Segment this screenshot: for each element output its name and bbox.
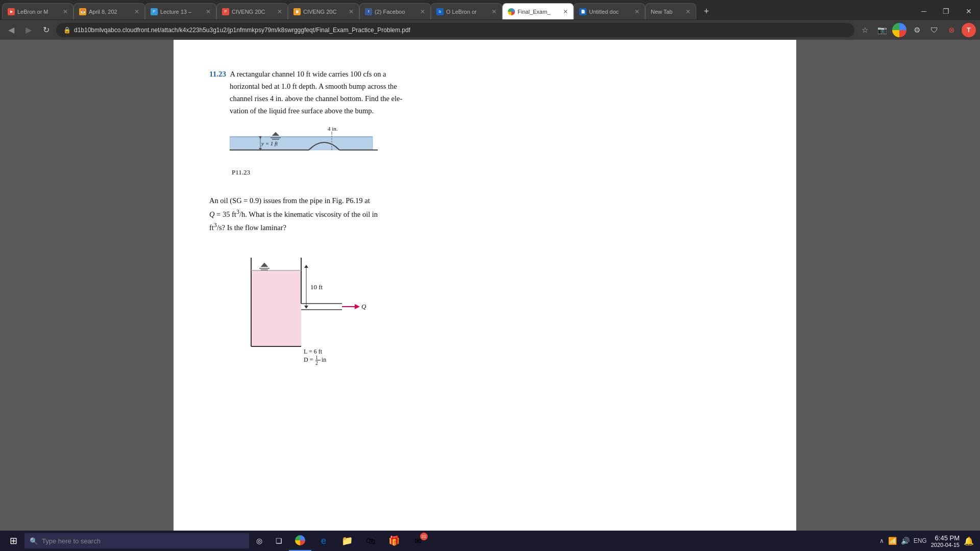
wifi-icon[interactable]: 📶 (888, 537, 897, 545)
tab-untitled[interactable]: 📄 Untitled doc ✕ (574, 3, 645, 19)
refresh-button[interactable]: ↻ (39, 23, 53, 37)
oil-line3: ft3/s? Is the flow laminar? (209, 220, 761, 234)
tab-close-4[interactable]: ✕ (277, 8, 282, 15)
start-button[interactable]: ⊞ (3, 531, 23, 551)
tab-civeng1[interactable]: P CIVENG 20C ✕ (216, 3, 288, 19)
back-button[interactable]: ◀ (4, 23, 18, 37)
tab-olebron[interactable]: b O LeBron or ✕ (431, 3, 502, 19)
clock-date: 2020-04-15 (931, 542, 960, 548)
tab-close-8[interactable]: ✕ (563, 8, 568, 15)
tab-title-9: Untitled doc (589, 9, 632, 15)
cortana-button[interactable]: ◎ (250, 532, 268, 550)
tab-favicon-3: P (151, 8, 158, 15)
channel-diagram: y = 1 ft 4 in. P11.23 (230, 124, 403, 177)
tab-lebron[interactable]: ▶ LeBron or M ✕ (2, 3, 74, 19)
edge-taskbar-app[interactable]: e (312, 531, 335, 551)
tab-close-2[interactable]: ✕ (134, 8, 139, 15)
tab-favicon-2: 📅 (79, 8, 86, 15)
tank-svg: Q 10 ft L = 6 ft D = 1 2 (240, 242, 373, 365)
tab-close-6[interactable]: ✕ (420, 8, 425, 15)
tab-close-3[interactable]: ✕ (206, 8, 211, 15)
address-bar: ◀ ▶ ↻ 🔒 d1b10bmlvqabco.cloudfront.net/at… (0, 19, 980, 40)
channel-svg: y = 1 ft 4 in. (230, 124, 403, 165)
tab-title-5: CIVENG 20C (303, 9, 346, 15)
left-sidebar (0, 40, 174, 531)
tab-finalexam[interactable]: Final_Exam_ ✕ (502, 3, 574, 19)
browser-window: ▶ LeBron or M ✕ 📅 April 8, 202 ✕ P Lectu… (0, 0, 980, 551)
tab-favicon-4: P (222, 8, 229, 15)
tab-close-1[interactable]: ✕ (63, 8, 68, 15)
tab-favicon-7: b (436, 8, 444, 15)
main-content: 11.23 A rectangular channel 10 ft wide c… (0, 40, 980, 531)
p1123-label: P11.23 (232, 168, 403, 177)
problem-line4: vation of the liquid free surface above … (230, 105, 761, 117)
tab-title-10: New Tab (651, 9, 683, 15)
chrome-g-icon (892, 23, 906, 37)
tab-bar: ▶ LeBron or M ✕ 📅 April 8, 202 ✕ P Lectu… (0, 0, 980, 19)
restore-button[interactable]: ❐ (935, 3, 958, 19)
bookmark-button[interactable]: ☆ (857, 23, 872, 37)
tab-favicon-5: 📋 (293, 8, 301, 15)
tab-title-3: Lecture 13 – (160, 9, 203, 15)
account-avatar[interactable]: T (962, 23, 976, 37)
chevron-up-icon[interactable]: ∧ (879, 537, 884, 544)
svg-text:4 in.: 4 in. (328, 126, 338, 132)
add-tab-button[interactable]: + (698, 3, 715, 19)
mail-taskbar-app[interactable]: ✉ 21 (406, 531, 429, 551)
pdf-viewer[interactable]: 11.23 A rectangular channel 10 ft wide c… (174, 40, 796, 531)
taskbar: ⊞ 🔍 Type here to search ◎ ❑ e 📁 🛍 🎁 ✉ 21… (0, 531, 980, 551)
adblocker-icon[interactable]: ⊗ (944, 23, 959, 37)
mail-badge: 21 (420, 533, 428, 540)
tab-april8[interactable]: 📅 April 8, 202 ✕ (74, 3, 145, 19)
tab-favicon-6: f (365, 8, 372, 15)
svg-text:in: in (322, 356, 326, 363)
security-icon[interactable]: 🛡 (927, 23, 941, 37)
search-icon: 🔍 (30, 537, 38, 545)
svg-text:2: 2 (315, 360, 318, 365)
clock[interactable]: 6:45 PM 2020-04-15 (931, 534, 960, 548)
chrome-taskbar-app[interactable] (289, 531, 311, 551)
tab-title-7: O LeBron or (446, 9, 489, 15)
svg-text:1: 1 (315, 355, 318, 360)
problem-text-1: A rectangular channel 10 ft wide carries… (230, 70, 386, 78)
tab-lecture13[interactable]: P Lecture 13 – ✕ (145, 3, 216, 19)
screenshot-icon[interactable]: 📷 (875, 23, 889, 37)
tab-close-7[interactable]: ✕ (492, 8, 497, 15)
svg-text:Q: Q (361, 303, 366, 310)
clock-time: 6:45 PM (931, 534, 960, 542)
volume-icon[interactable]: 🔊 (901, 537, 910, 545)
lock-icon: 🔒 (63, 27, 71, 34)
tab-facebook[interactable]: f (2) Faceboo ✕ (359, 3, 431, 19)
store-taskbar-app[interactable]: 🛍 (359, 531, 382, 551)
tab-title-6: (2) Faceboo (375, 9, 418, 15)
svg-marker-27 (304, 306, 308, 309)
tab-civeng2[interactable]: 📋 CIVENG 20C ✕ (288, 3, 359, 19)
settings-icon[interactable]: ⚙ (910, 23, 924, 37)
explorer-taskbar-app[interactable]: 📁 (336, 531, 358, 551)
svg-rect-0 (230, 137, 373, 150)
search-placeholder: Type here to search (42, 537, 101, 545)
url-input[interactable]: 🔒 d1b10bmlvqabco.cloudfront.net/attach/k… (56, 23, 854, 37)
tab-title-8: Final_Exam_ (518, 9, 560, 15)
problem-number: 11.23 (209, 70, 226, 78)
minimize-button[interactable]: ─ (913, 3, 935, 19)
tab-title-1: LeBron or M (17, 9, 60, 15)
problem-line2: horizontal bed at 1.0 ft depth. A smooth… (230, 81, 761, 93)
language-indicator: ENG (914, 537, 927, 544)
gift-taskbar-app[interactable]: 🎁 (383, 531, 405, 551)
forward-button[interactable]: ▶ (21, 23, 36, 37)
right-sidebar (796, 40, 980, 531)
tab-close-10[interactable]: ✕ (685, 8, 691, 15)
url-text: d1b10bmlvqabco.cloudfront.net/attach/k4x… (74, 27, 410, 34)
taskbar-search[interactable]: 🔍 Type here to search (24, 533, 249, 548)
tab-close-9[interactable]: ✕ (634, 8, 640, 15)
task-view-button[interactable]: ❑ (270, 532, 288, 550)
notification-icon[interactable]: 🔔 (964, 536, 974, 546)
oil-problem: An oil (SG = 0.9) issues from the pipe i… (209, 195, 761, 367)
svg-marker-26 (304, 265, 308, 268)
tank-diagram: Q 10 ft L = 6 ft D = 1 2 (240, 242, 373, 367)
tab-close-5[interactable]: ✕ (349, 8, 354, 15)
tab-title-2: April 8, 202 (89, 9, 132, 15)
tab-newtab[interactable]: New Tab ✕ (645, 3, 696, 19)
close-button[interactable]: ✕ (958, 3, 980, 19)
